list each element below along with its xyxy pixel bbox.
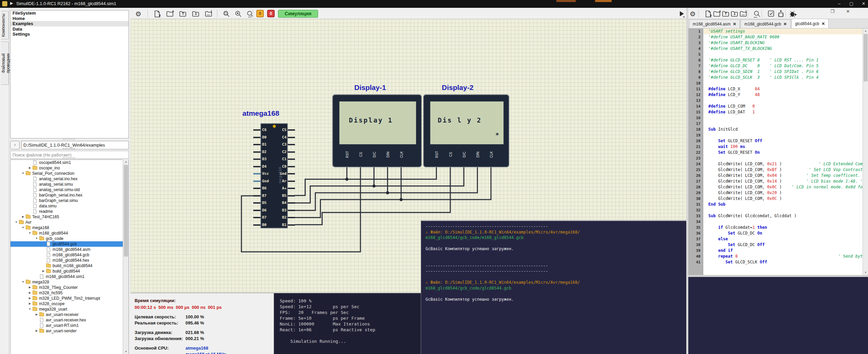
code-editor[interactable]: 1234567891011121314151617181920212223242… bbox=[688, 29, 868, 275]
chip-pin-C6[interactable] bbox=[253, 129, 260, 131]
tree-item[interactable]: ▶oscope_ino bbox=[11, 165, 129, 171]
tree-item[interactable]: ▶m328_hc595 bbox=[11, 290, 129, 296]
scroll-down-icon[interactable]: ▼ bbox=[863, 270, 868, 275]
tree-item[interactable]: ▶m328_LED_PWM_Tim2_Interrupt bbox=[11, 296, 129, 301]
splitter-handle[interactable] bbox=[63, 148, 75, 150]
zoom-fit-icon[interactable] bbox=[222, 10, 231, 18]
tree-closed-arrow-icon[interactable]: ▶ bbox=[27, 296, 32, 301]
chip-pin-Vcc[interactable] bbox=[253, 173, 260, 174]
tree-item[interactable]: ▶avr_usart-sender bbox=[11, 328, 129, 334]
chip-pin-B4[interactable] bbox=[288, 202, 295, 204]
chip-pin-Gnd[interactable] bbox=[288, 173, 295, 174]
tree-item[interactable]: ▶build_glcd8544 bbox=[11, 268, 129, 274]
tree-item[interactable]: ▶m328_oscope bbox=[11, 301, 129, 306]
tree-item[interactable]: m168_glcd8544.sim1 bbox=[11, 274, 129, 279]
chip-pin-C1[interactable] bbox=[288, 159, 295, 160]
chip-pin-B7[interactable] bbox=[253, 195, 260, 197]
pause-button[interactable]: 0 bbox=[267, 10, 275, 17]
save-dots-folder-icon[interactable]: ↓… bbox=[204, 10, 213, 18]
tree-closed-arrow-icon[interactable]: ▶ bbox=[27, 165, 32, 171]
zoom-area-icon[interactable] bbox=[234, 10, 243, 18]
tree-item[interactable]: ▼mega328 bbox=[11, 279, 129, 285]
compile-run-icon[interactable] bbox=[677, 10, 686, 18]
chip-pin-D4[interactable] bbox=[253, 166, 260, 167]
tree-scrollbar[interactable]: ▲ ▼ bbox=[123, 160, 129, 354]
chip-pin-B0[interactable] bbox=[253, 224, 260, 226]
tree-item[interactable]: barGraph_serial.ino.hex bbox=[11, 192, 129, 198]
tree-item[interactable]: ▼Serial_Port_connection bbox=[11, 171, 129, 176]
tree-open-arrow-icon[interactable]: ▼ bbox=[21, 171, 25, 176]
chip-pin-D3[interactable] bbox=[253, 159, 260, 160]
editor-tab-glcd8544.gcb[interactable]: glcd8544.gcb✕ bbox=[791, 19, 829, 28]
tree-item[interactable]: glcd8544.gcb bbox=[11, 241, 129, 247]
tree-item[interactable]: oscope8544.sim1 bbox=[11, 160, 129, 165]
chip-pin-Ar[interactable] bbox=[288, 181, 295, 182]
chip-pin-D1[interactable] bbox=[253, 144, 260, 145]
tree-item[interactable]: m168_glcd8544.hex bbox=[11, 258, 129, 263]
tree-item[interactable]: readme bbox=[11, 209, 129, 214]
minimize-button[interactable]: – bbox=[835, 0, 844, 7]
chip-pin-C2[interactable] bbox=[288, 151, 295, 153]
chip-pin-A+[interactable] bbox=[288, 188, 295, 189]
find-icon[interactable]: … bbox=[753, 10, 762, 18]
editor-tab-m168_glcd8544.gcb[interactable]: m168_glcd8544.gcb✕ bbox=[741, 19, 790, 28]
tree-item[interactable]: barGraph_serial.simu bbox=[11, 198, 129, 203]
simulation-button[interactable]: Симуляция bbox=[278, 10, 318, 18]
check-icon[interactable] bbox=[767, 10, 776, 18]
mcu-label[interactable]: atmega168 bbox=[242, 109, 279, 117]
save-folder-icon[interactable]: ↓ bbox=[730, 10, 739, 18]
tree-item[interactable]: avr_usart-RT.sim1 bbox=[11, 323, 129, 328]
chip-pin-C5[interactable] bbox=[288, 129, 295, 131]
tree-closed-arrow-icon[interactable]: ▶ bbox=[27, 290, 32, 296]
debug-icon[interactable] bbox=[789, 10, 797, 18]
tree-item[interactable]: avr_usart-receiver.hex bbox=[11, 317, 129, 323]
tree-item[interactable]: m168_glcd8544.gcb bbox=[11, 252, 129, 258]
editor-scrollbar[interactable]: ▲ ▼ bbox=[863, 29, 868, 275]
tree-closed-arrow-icon[interactable]: ▶ bbox=[34, 328, 39, 334]
tree-open-arrow-icon[interactable]: ▼ bbox=[21, 279, 25, 285]
tree-open-arrow-icon[interactable]: ▼ bbox=[14, 220, 19, 225]
maximize-button[interactable]: ▢ bbox=[847, 0, 856, 7]
chip-pin-D5[interactable] bbox=[253, 202, 260, 204]
tree-scrollbar-handle[interactable] bbox=[124, 165, 128, 257]
display1-label[interactable]: Display-1 bbox=[354, 83, 386, 92]
chip-pin-D0[interactable] bbox=[253, 137, 260, 138]
folder-up-button[interactable]: ↑ bbox=[10, 141, 20, 149]
chip-pin-B6[interactable] bbox=[253, 188, 260, 189]
open-folder-icon[interactable]: ↑ bbox=[178, 10, 187, 18]
tree-open-arrow-icon[interactable]: ▼ bbox=[21, 225, 25, 230]
editor-tab-m168_glcd8544.asm[interactable]: m168_glcd8544.asm✕ bbox=[689, 19, 740, 28]
tree-item[interactable]: ▼gcb_code bbox=[11, 236, 129, 241]
tree-closed-arrow-icon[interactable]: ▶ bbox=[34, 312, 39, 317]
reload-doc-icon[interactable]: ↑ bbox=[704, 10, 712, 18]
chip-pin-D2[interactable] bbox=[253, 151, 260, 153]
tree-item[interactable]: ▼Avr bbox=[11, 220, 129, 225]
open-folder-icon[interactable]: ↑ bbox=[721, 10, 730, 18]
tree-open-arrow-icon[interactable]: ▼ bbox=[34, 236, 39, 241]
place-item-settings[interactable]: Settings bbox=[11, 32, 129, 37]
tree-closed-arrow-icon[interactable]: ▶ bbox=[27, 301, 32, 306]
tab-components[interactable]: Компоненты bbox=[1, 11, 9, 39]
tree-item[interactable]: analog_serial.ino.hex bbox=[11, 176, 129, 182]
chip-pin-B1[interactable] bbox=[288, 224, 295, 226]
tree-closed-arrow-icon[interactable]: ▶ bbox=[27, 285, 32, 290]
tree-item[interactable]: ▼mega168 bbox=[11, 225, 129, 230]
new-folder-icon[interactable]: + bbox=[712, 10, 721, 18]
display2-label[interactable]: Display-2 bbox=[442, 83, 473, 92]
splitter-handle[interactable] bbox=[63, 157, 75, 159]
tree-item[interactable]: build_m168_glcd8544 bbox=[11, 263, 129, 268]
tab-close-icon[interactable]: ✕ bbox=[784, 20, 787, 28]
chip-pin-B3[interactable] bbox=[288, 210, 295, 211]
nokia5110-display-1[interactable]: Display 1 RSTCSD/CDINCLK bbox=[332, 94, 422, 167]
place-item-data[interactable]: Data bbox=[11, 26, 129, 32]
chip-pin-Gnd[interactable] bbox=[253, 181, 260, 182]
place-item-filesystem[interactable]: FileSystem bbox=[11, 11, 129, 16]
settings-icon[interactable]: ⚙ bbox=[134, 10, 143, 18]
tree-item[interactable]: ▼m168_glcd8544 bbox=[11, 230, 129, 236]
zoom-dots-icon[interactable]: … bbox=[246, 10, 255, 18]
tree-closed-arrow-icon[interactable]: ▶ bbox=[41, 268, 46, 274]
chip-pin-B2[interactable] bbox=[288, 217, 295, 218]
new-folder-icon[interactable]: + bbox=[165, 10, 174, 18]
chip-pin-C3[interactable] bbox=[288, 144, 295, 145]
dock-close-icon[interactable]: ✕ bbox=[845, 8, 851, 15]
